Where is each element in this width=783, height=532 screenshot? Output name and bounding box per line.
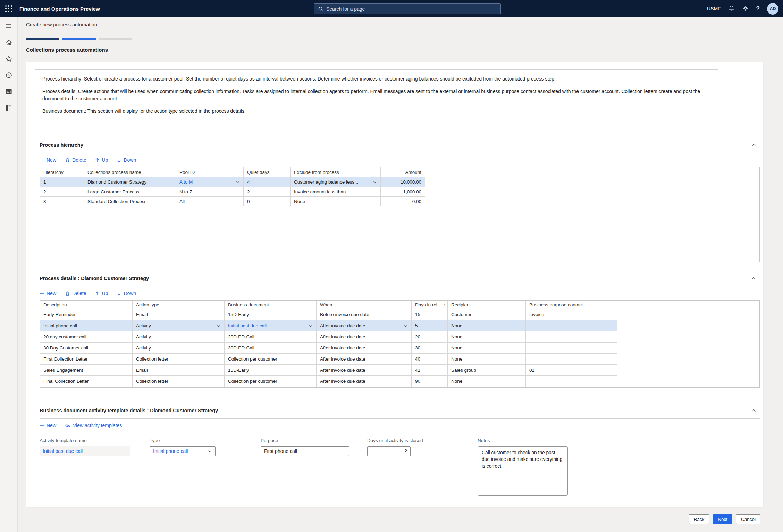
cell-hierarchy[interactable]: 2 [40,187,84,196]
cell-days[interactable]: 40 [412,354,448,364]
cell-description[interactable]: Initial phone call [40,320,133,331]
recent-clock-icon[interactable] [5,71,12,79]
column-header-description[interactable]: Description [40,301,133,309]
cell-days[interactable]: 90 [412,376,448,387]
column-header-exclude[interactable]: Exclude from process [291,167,381,177]
cell-quiet-days[interactable]: 2 [244,187,291,196]
cell-process-name[interactable]: Large Customer Process [84,187,176,196]
cell-when[interactable]: After invoice due date [317,365,412,375]
cell-business-document[interactable]: 15D-Early [225,365,317,375]
cell-bpc[interactable] [526,354,617,364]
cell-business-document[interactable]: Collection per customer [225,376,317,387]
cell-recipient[interactable]: Sales group [448,365,526,375]
cell-exclude-combobox[interactable]: Customer aging balance less .. [291,177,381,187]
cell-bpc[interactable] [526,376,617,387]
notes-field[interactable]: Call customer to check on the past due i… [478,446,568,496]
cell-when[interactable]: After invoice due date [317,343,412,353]
cell-hierarchy[interactable]: 3 [40,197,84,206]
favorites-star-icon[interactable] [5,55,12,62]
cell-hierarchy[interactable]: 1 [40,177,84,187]
cell-bpc[interactable] [526,331,617,342]
type-dropdown[interactable]: Initial phone call [150,446,216,456]
workspaces-list-icon[interactable] [5,104,12,111]
move-down-button[interactable]: Down [117,290,136,296]
move-up-button[interactable]: Up [95,157,108,163]
cell-quiet-days[interactable]: 0 [244,197,291,206]
cell-description[interactable]: 30 Day Customer call [40,343,133,353]
cancel-button[interactable]: Cancel [736,514,760,524]
chevron-down-icon[interactable] [373,180,377,184]
chevron-down-icon[interactable] [309,324,313,328]
column-header-when[interactable]: When [317,301,412,309]
cell-days[interactable]: 41 [412,365,448,375]
cell-days[interactable]: 5 [412,320,448,331]
move-down-button[interactable]: Down [117,157,136,163]
collapse-section-button[interactable] [750,142,757,149]
cell-description[interactable]: Early Reminder [40,309,133,320]
forms-window-icon[interactable] [5,87,12,95]
delete-button[interactable]: Delete [65,290,86,296]
collapse-section-button[interactable] [750,275,757,282]
column-header-pool[interactable]: Pool ID [176,167,244,177]
cell-days[interactable]: 20 [412,331,448,342]
next-button[interactable]: Next [713,514,732,524]
cell-process-name[interactable]: Standard Collection Process [84,197,176,206]
cell-action-type[interactable]: Email [133,309,225,320]
cell-when[interactable]: Before invoice due date [317,309,412,320]
table-row[interactable]: Sales Engagement Email 15D-Early After i… [40,365,617,376]
cell-action-type-combobox[interactable]: Activity [133,320,225,331]
chevron-down-icon[interactable] [217,324,221,328]
column-header-action-type[interactable]: Action type [133,301,225,309]
delete-button[interactable]: Delete [65,157,86,163]
table-row[interactable]: 2 Large Customer Process N to Z 2 Invoic… [40,187,425,197]
cell-pool-id-combobox[interactable]: A to M [176,177,244,187]
help-icon[interactable]: ? [756,5,760,12]
back-button[interactable]: Back [689,514,709,524]
cell-when-combobox[interactable]: After invoice due date [317,320,412,331]
app-launcher-button[interactable] [0,0,17,17]
cell-description[interactable]: 20 day customer call [40,331,133,342]
cell-description[interactable]: Sales Engagement [40,365,133,375]
chevron-down-icon[interactable] [236,180,240,184]
cell-description[interactable]: Final Collection Letter [40,376,133,387]
table-row[interactable]: 30 Day Customer call Activity 30D-PD-Cal… [40,343,617,354]
company-picker[interactable]: USMF [707,6,721,11]
settings-gear-icon[interactable] [742,5,749,13]
cell-action-type[interactable]: Activity [133,331,225,342]
cell-bpc[interactable] [526,320,617,331]
cell-recipient[interactable]: None [448,354,526,364]
new-button[interactable]: New [40,423,56,428]
cell-exclude[interactable]: None [291,197,381,206]
cell-days[interactable]: 30 [412,343,448,353]
cell-recipient[interactable]: None [448,343,526,353]
hamburger-menu-icon[interactable] [5,22,12,30]
cell-recipient[interactable]: Customer [448,309,526,320]
cell-recipient[interactable]: None [448,320,526,331]
table-row-selected[interactable]: 1 Diamond Customer Strategy A to M 4 Cus… [40,177,425,187]
cell-business-document[interactable]: 30D-PD-Call [225,343,317,353]
cell-when[interactable]: After invoice due date [317,376,412,387]
cell-business-document-combobox[interactable]: Initial past due call [225,320,317,331]
table-row[interactable]: 3 Standard Collection Process All 0 None… [40,197,425,206]
chevron-down-icon[interactable] [208,449,212,454]
column-header-business-document[interactable]: Business document [225,301,317,309]
column-header-days[interactable]: Days in rel...↑ [412,301,448,309]
activity-template-name-field[interactable]: Initial past due call [40,446,130,456]
cell-business-document[interactable]: 15D-Early [225,309,317,320]
table-row[interactable]: First Collection Letter Collection lette… [40,354,617,365]
cell-when[interactable]: After invoice due date [317,354,412,364]
table-row[interactable]: 20 day customer call Activity 20D-PD-Cal… [40,331,617,343]
purpose-field[interactable] [261,446,349,456]
cell-amount[interactable]: 10,000.00 [381,177,425,187]
cell-exclude[interactable]: Invoice amount less than [291,187,381,196]
column-header-quiet-days[interactable]: Quiet days [244,167,291,177]
home-icon[interactable] [5,39,12,46]
cell-bpc[interactable]: 01 [526,365,617,375]
collapse-section-button[interactable] [750,407,757,414]
cell-quiet-days[interactable]: 4 [244,177,291,187]
cell-amount[interactable]: 0.00 [381,197,425,206]
cell-action-type[interactable]: Collection letter [133,376,225,387]
cell-action-type[interactable]: Email [133,365,225,375]
cell-amount[interactable]: 1,000.00 [381,187,425,196]
new-button[interactable]: New [40,157,56,163]
